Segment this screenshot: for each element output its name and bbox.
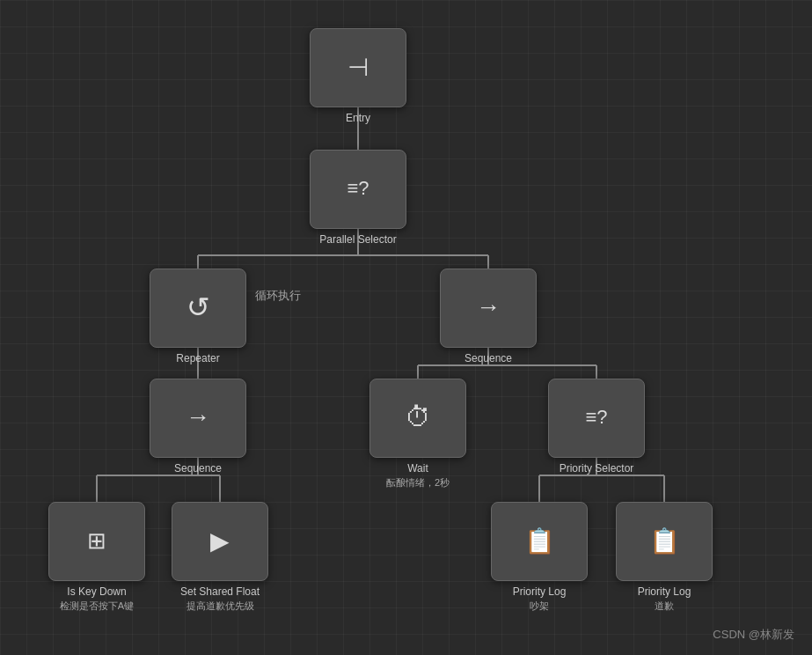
priority-selector-label: Priority Selector xyxy=(560,462,634,475)
wait-sublabel: 酝酿情绪，2秒 xyxy=(386,476,450,489)
parallel-selector-label: Parallel Selector xyxy=(319,233,396,246)
repeater-icon: ↺ xyxy=(187,291,210,324)
is-key-down-box: ⊞ xyxy=(48,502,145,581)
priority-log-1-box: 📋 xyxy=(491,502,588,581)
is-key-down-node[interactable]: ⊞ Is Key Down 检测是否按下A键 xyxy=(48,502,145,613)
sequence-right-icon: → xyxy=(476,293,501,321)
priority-log-2-box: 📋 xyxy=(616,502,713,581)
priority-log-1-node[interactable]: 📋 Priority Log 吵架 xyxy=(491,502,588,613)
is-key-down-sublabel: 检测是否按下A键 xyxy=(60,600,134,613)
sequence-right-node[interactable]: → Sequence xyxy=(440,269,537,364)
priority-log-2-label: Priority Log xyxy=(638,585,691,598)
is-key-down-icon: ⊞ xyxy=(87,527,106,555)
priority-selector-icon: ≡? xyxy=(585,406,607,429)
parallel-selector-node[interactable]: ≡? Parallel Selector xyxy=(310,150,406,246)
priority-log-1-icon: 📋 xyxy=(524,526,555,556)
priority-log-1-sublabel: 吵架 xyxy=(530,600,549,613)
set-shared-float-sublabel: 提高道歉优先级 xyxy=(187,600,254,613)
priority-log-1-label: Priority Log xyxy=(513,585,567,598)
sequence-left-icon: → xyxy=(186,403,210,431)
set-shared-float-icon: ▶ xyxy=(210,526,230,556)
entry-box: ⊣ xyxy=(310,28,406,107)
set-shared-float-label: Set Shared Float xyxy=(180,585,260,598)
entry-icon: ⊣ xyxy=(347,53,369,82)
priority-selector-box: ≡? xyxy=(548,379,645,458)
wait-box: ⏱ xyxy=(369,379,466,458)
priority-log-2-icon: 📋 xyxy=(649,526,680,556)
watermark: CSDN @林新发 xyxy=(713,627,794,643)
repeater-node[interactable]: ↺ Repeater xyxy=(150,269,246,364)
wait-node[interactable]: ⏱ Wait 酝酿情绪，2秒 xyxy=(369,379,466,489)
sequence-left-box: → xyxy=(150,379,246,458)
wait-icon: ⏱ xyxy=(405,402,431,432)
parallel-selector-icon: ≡? xyxy=(347,177,369,200)
is-key-down-label: Is Key Down xyxy=(67,585,126,598)
sequence-left-label: Sequence xyxy=(174,462,222,475)
wait-label: Wait xyxy=(407,462,428,475)
entry-label: Entry xyxy=(346,112,370,124)
sequence-left-node[interactable]: → Sequence xyxy=(150,379,246,475)
priority-log-2-node[interactable]: 📋 Priority Log 道歉 xyxy=(616,502,713,613)
set-shared-float-box: ▶ xyxy=(172,502,268,581)
sequence-right-box: → xyxy=(440,269,537,348)
priority-selector-node[interactable]: ≡? Priority Selector xyxy=(548,379,645,475)
loop-annotation: 循环执行 xyxy=(255,288,301,304)
parallel-selector-box: ≡? xyxy=(310,150,406,229)
sequence-right-label: Sequence xyxy=(465,352,512,364)
repeater-label: Repeater xyxy=(176,352,219,364)
entry-node[interactable]: ⊣ Entry xyxy=(310,28,406,124)
set-shared-float-node[interactable]: ▶ Set Shared Float 提高道歉优先级 xyxy=(172,502,268,613)
priority-log-2-sublabel: 道歉 xyxy=(655,600,674,613)
repeater-box: ↺ xyxy=(150,269,246,348)
